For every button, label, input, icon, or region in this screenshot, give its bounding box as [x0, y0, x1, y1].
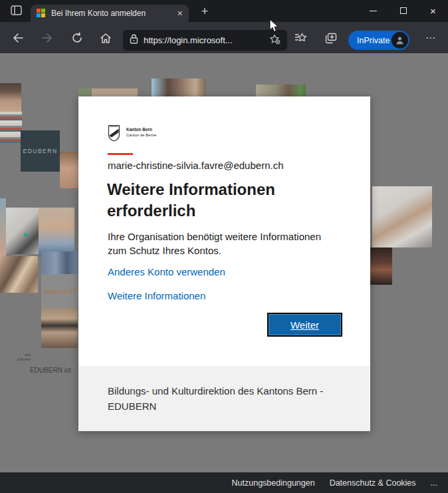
microsoft-logo-icon: [37, 9, 46, 18]
page-footer-bar: Nutzungsbedingungen Datenschutz & Cookie…: [0, 472, 448, 493]
use-another-account-link[interactable]: Anderes Konto verwenden: [108, 266, 225, 277]
bg-photo-green: [256, 84, 306, 96]
address-bar[interactable]: https://login.microsoft...: [123, 30, 287, 51]
tab-actions-button[interactable]: [7, 3, 25, 19]
user-email: marie-christine-silvia.favre@edubern.ch: [108, 160, 284, 171]
dialog-body: Ihre Organisation benötigt weitere Infor…: [108, 230, 321, 257]
collections-icon: [325, 33, 337, 44]
bg-photo-stack: [0, 112, 22, 143]
maximize-button[interactable]: [388, 0, 418, 21]
close-button[interactable]: ×: [418, 0, 448, 21]
settings-menu-button[interactable]: ⋯: [421, 29, 440, 47]
add-favorite-icon[interactable]: [269, 34, 280, 47]
bern-shield-icon: [108, 124, 120, 144]
close-icon: ×: [430, 6, 436, 16]
privacy-cookies-link[interactable]: Datenschutz & Cookies: [330, 478, 416, 488]
back-icon: [12, 33, 24, 43]
bg-photo-couple: [0, 256, 38, 293]
url-text: https://login.microsoft...: [144, 35, 264, 45]
refresh-button[interactable]: [68, 29, 86, 47]
lock-icon: [130, 34, 138, 47]
browser-window: Bei Ihrem Konto anmelden × + × https://l…: [0, 0, 448, 493]
maximize-icon: [400, 7, 407, 14]
browser-tab[interactable]: Bei Ihrem Konto anmelden ×: [31, 5, 189, 22]
logo-red-bar: [108, 153, 133, 155]
bg-photo-laptop: [5, 208, 39, 254]
refresh-icon: [71, 32, 83, 44]
minimize-icon: [370, 11, 377, 11]
logo-title: Kanton Bern: [126, 127, 156, 132]
forward-icon: [41, 33, 53, 43]
tab-title: Bei Ihrem Konto anmelden: [51, 9, 172, 18]
home-button[interactable]: [97, 29, 114, 47]
kanton-bern-logo: Kanton Bern Canton de Berne: [108, 124, 156, 144]
footer-more-button[interactable]: ...: [431, 478, 437, 488]
window-controls: ×: [358, 0, 448, 21]
back-button[interactable]: [9, 29, 27, 47]
bg-educlient-label: eduCLIENT: [44, 287, 77, 295]
bg-logo-fragment: ern e Borne: [0, 353, 31, 365]
more-information-link[interactable]: Weitere Informationen: [108, 290, 205, 301]
tab-close-icon[interactable]: ×: [177, 9, 183, 18]
bg-photo-duo: [152, 79, 206, 96]
inprivate-badge[interactable]: InPrivate: [348, 31, 409, 50]
signin-dialog: Kanton Bern Canton de Berne marie-christ…: [78, 96, 370, 431]
bg-photo-boy: [60, 152, 80, 188]
logo-subtitle: Canton de Berne: [126, 132, 156, 138]
vertical-tabs-icon: [11, 5, 22, 18]
bg-photo-sliver: [78, 88, 92, 96]
organization-name: Bildungs- und Kulturdirektion des Kanton…: [108, 383, 323, 414]
collections-button[interactable]: [322, 29, 340, 47]
bg-photo-girl: [39, 208, 74, 256]
bg-photo-glasses-man: [41, 307, 78, 348]
bg-photo-edge-sliver: [0, 198, 6, 259]
new-tab-button[interactable]: +: [197, 3, 213, 19]
bg-edubern-label: EDUBERN: [23, 148, 57, 154]
forward-button[interactable]: [39, 29, 56, 47]
login-page: EDUBERN eduCLIENT ern e Borne EDUBERN is…: [0, 53, 448, 472]
inprivate-label: InPrivate: [357, 36, 390, 45]
bg-text-fragment: EDUBERN ist: [30, 367, 80, 375]
bg-photo-jeans: [41, 251, 78, 274]
home-icon: [100, 33, 112, 44]
tab-strip: Bei Ihrem Konto anmelden × + ×: [0, 0, 448, 22]
profile-avatar[interactable]: [392, 32, 408, 49]
person-icon: [395, 35, 405, 45]
favorites-button[interactable]: [292, 29, 309, 47]
minimize-button[interactable]: [358, 0, 388, 21]
terms-of-use-link[interactable]: Nutzungsbedingungen: [232, 478, 315, 488]
bg-photo-strip: [92, 88, 138, 96]
bg-edubern-tile: EDUBERN: [21, 130, 60, 172]
bg-photo-dark-face: [370, 247, 392, 285]
dialog-footer: Bildungs- und Kulturdirektion des Kanton…: [78, 366, 370, 431]
bg-photo-face: [0, 83, 21, 112]
dialog-heading: Weitere Informationen erforderlich: [107, 179, 275, 222]
bg-photo-hands-phone: [372, 186, 432, 247]
next-button[interactable]: Weiter: [267, 313, 342, 337]
favorites-icon: [294, 33, 307, 43]
next-button-label: Weiter: [290, 319, 319, 331]
